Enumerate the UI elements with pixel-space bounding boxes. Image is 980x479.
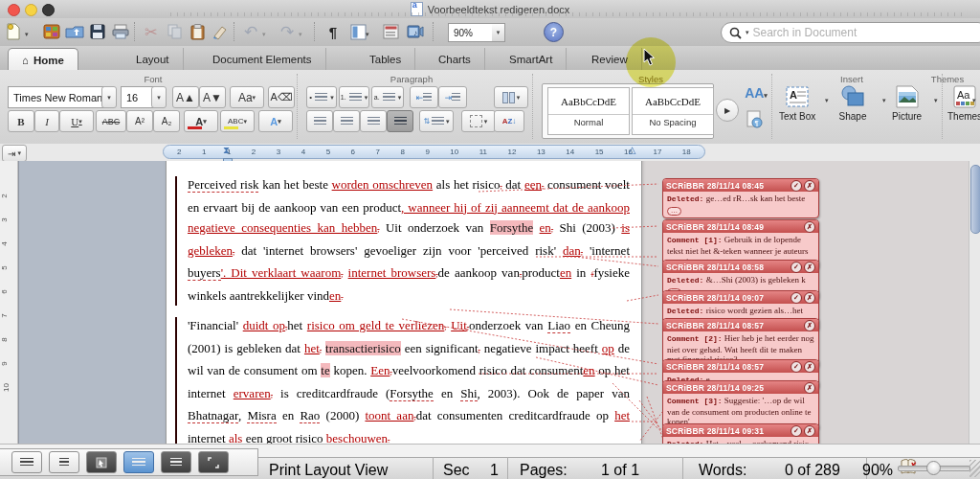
format-painter-icon[interactable] <box>209 21 232 42</box>
bold-button[interactable]: B <box>8 110 34 132</box>
line-spacing-button[interactable]: ⇅▾ <box>419 110 454 132</box>
outline-view-button[interactable] <box>49 451 79 473</box>
help-button[interactable]: ? <box>544 22 564 42</box>
superscript-button[interactable]: A² <box>126 110 153 132</box>
gallery-icon[interactable] <box>40 21 63 42</box>
comment-bubble[interactable]: SCRiBBR 28/11/14 08:45 ✓ ✗ Deleted: ge…e… <box>662 178 819 218</box>
zoom-select-dropdown[interactable]: ▾ <box>492 23 505 42</box>
picture-dropdown[interactable]: ▾ <box>934 97 938 104</box>
show-formatting-icon[interactable]: ¶ <box>322 21 345 42</box>
more-text-icon[interactable]: … <box>667 207 681 216</box>
subscript-button[interactable]: A₂ <box>153 110 180 132</box>
tab-stop-selector[interactable]: ⇥▾ <box>2 145 27 162</box>
bullets-button[interactable]: •▾ <box>306 86 337 108</box>
vertical-scrollbar-thumb[interactable] <box>970 165 980 234</box>
change-case-button[interactable]: Aa▾ <box>230 86 264 108</box>
sort-button[interactable]: AZ↓ <box>494 110 524 132</box>
accept-change-icon[interactable]: ✓ <box>791 262 802 273</box>
align-left-button[interactable] <box>306 110 333 132</box>
copy-icon[interactable] <box>163 21 186 42</box>
fields-icon[interactable] <box>379 21 402 42</box>
text-effects-button[interactable]: A▾ <box>258 110 293 132</box>
window-resize-grip[interactable] <box>969 460 980 477</box>
tab-home[interactable]: ⌂ Home <box>8 48 78 71</box>
undo-dropdown[interactable]: ▾ <box>262 31 266 38</box>
draft-view-button[interactable] <box>11 451 42 473</box>
redo-icon[interactable]: ↷ <box>276 21 299 42</box>
increase-indent-button[interactable]: ⇥ <box>438 86 467 108</box>
horizontal-ruler[interactable]: 21123456789101112131415161718 <box>163 145 705 159</box>
reject-change-icon[interactable]: ✗ <box>804 262 815 273</box>
justify-button[interactable] <box>387 110 413 132</box>
clear-formatting-button[interactable]: A⌫ <box>268 86 295 108</box>
paste-icon[interactable] <box>186 21 209 42</box>
accept-change-icon[interactable]: ✓ <box>791 425 802 437</box>
insert-shape-button[interactable]: Shape <box>838 84 867 122</box>
reject-change-icon[interactable]: ✗ <box>804 180 815 192</box>
search-input[interactable]: ▾ Search in Document <box>721 22 980 43</box>
media-browser-icon[interactable]: ♪ <box>404 21 427 42</box>
notebook-layout-button[interactable] <box>161 451 191 473</box>
tab-document-elements[interactable]: Document Elements <box>199 48 326 70</box>
search-scope-dropdown[interactable]: ▾ <box>746 29 749 36</box>
new-document-icon[interactable] <box>2 21 25 42</box>
styles-more-button[interactable]: ▶ <box>716 99 739 122</box>
columns-button[interactable]: ▾ <box>494 86 528 108</box>
decrease-indent-button[interactable]: ⇤ <box>410 86 438 108</box>
tab-smartart[interactable]: SmartArt <box>496 48 567 70</box>
font-color-button[interactable]: A▾ <box>184 110 218 132</box>
borders-button[interactable]: ▾ <box>461 110 496 132</box>
numbering-button[interactable]: 1.▾ <box>339 86 369 108</box>
vertical-ruler[interactable]: 2345678910 <box>0 161 18 444</box>
multilevel-list-button[interactable]: a.▾ <box>371 86 404 108</box>
print-icon[interactable] <box>109 21 132 42</box>
themes-dropdown[interactable]: ▾ <box>972 97 976 104</box>
undo-icon[interactable]: ↶ <box>239 21 262 42</box>
style-normal[interactable]: AaBbCcDdE Normal <box>547 87 630 135</box>
comment-bubble[interactable]: SCRiBBR 28/11/14 09:25 ✗ Comment [3]: Su… <box>662 380 819 430</box>
publishing-layout-button[interactable] <box>86 451 117 473</box>
style-no-spacing[interactable]: AaBbCcDdE No Spacing <box>632 87 714 135</box>
save-icon[interactable] <box>86 21 109 42</box>
font-size-dropdown[interactable]: ▾ <box>151 86 167 108</box>
reject-change-icon[interactable]: ✗ <box>804 361 815 373</box>
font-family-select[interactable]: Times New Roman <box>8 86 108 108</box>
shrink-font-button[interactable]: A▼ <box>199 86 226 108</box>
words-value[interactable]: 0 of 289 <box>785 462 840 479</box>
text-styles-button[interactable]: AA▾ <box>743 85 769 106</box>
strikethrough-button[interactable]: ABC <box>96 110 126 132</box>
reject-change-icon[interactable]: ✗ <box>804 221 815 233</box>
italic-button[interactable]: I <box>34 110 59 132</box>
open-icon[interactable] <box>63 21 86 42</box>
align-right-button[interactable] <box>360 110 387 132</box>
insert-text-box-button[interactable]: A Text Box <box>779 84 815 122</box>
new-document-dropdown[interactable]: ▾ <box>25 31 29 38</box>
document-page[interactable]: Perceived risk kan het beste worden omsc… <box>166 161 642 444</box>
grow-font-button[interactable]: A▲ <box>172 86 199 108</box>
tab-layout[interactable]: Layout <box>122 48 184 70</box>
focus-view-button[interactable] <box>198 451 229 473</box>
cut-icon[interactable]: ✂ <box>140 21 163 42</box>
accept-change-icon[interactable]: ✓ <box>791 361 802 373</box>
manage-styles-button[interactable]: ¶ <box>746 110 764 129</box>
text-box-dropdown[interactable]: ▾ <box>825 97 829 104</box>
accept-change-icon[interactable]: ✓ <box>791 292 802 304</box>
right-indent-marker[interactable]: △ <box>628 144 636 158</box>
shape-dropdown[interactable]: ▾ <box>882 97 886 104</box>
highlight-button[interactable]: ABC▾ <box>220 110 255 132</box>
reject-change-icon[interactable]: ✗ <box>804 382 815 394</box>
align-center-button[interactable] <box>333 110 360 132</box>
reject-change-icon[interactable]: ✗ <box>804 425 815 437</box>
words-label[interactable]: Words: <box>699 462 746 479</box>
view-mode-label[interactable]: Print Layout View <box>269 462 388 479</box>
redo-dropdown[interactable]: ▾ <box>299 31 302 38</box>
reject-change-icon[interactable]: ✗ <box>804 292 815 304</box>
underline-button[interactable]: U▾ <box>59 110 94 132</box>
view-layout-dropdown[interactable]: ▾ <box>366 31 369 38</box>
accept-change-icon[interactable]: ✓ <box>791 180 802 192</box>
document-text[interactable]: Perceived risk kan het beste worden omsc… <box>188 174 630 444</box>
font-family-dropdown[interactable]: ▾ <box>101 86 117 108</box>
tab-tables[interactable]: Tables <box>356 48 415 70</box>
tab-charts[interactable]: Charts <box>425 48 485 70</box>
comment-bubble[interactable]: SCRiBBR 28/11/14 09:31 ✓ ✗ Deleted: Het…… <box>662 423 819 444</box>
